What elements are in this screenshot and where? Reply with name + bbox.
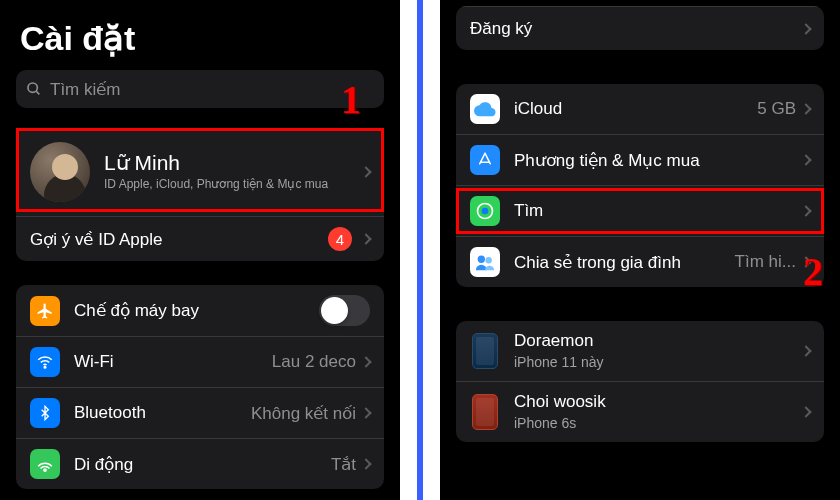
bluetooth-row[interactable]: Bluetooth Không kết nối xyxy=(16,388,384,439)
svg-point-2 xyxy=(44,367,46,369)
signup-row[interactable]: Đăng ký xyxy=(456,6,824,50)
svg-point-7 xyxy=(485,257,491,263)
profile-row[interactable]: Lữ Minh ID Apple, iCloud, Phương tiện & … xyxy=(16,128,384,217)
row-label: iCloud xyxy=(514,99,757,119)
family-sharing-row[interactable]: Chia sẻ trong gia đình Tìm hi... xyxy=(456,237,824,287)
row-label: Wi-Fi xyxy=(74,352,272,372)
row-label: Di động xyxy=(74,454,331,475)
device-thumbnail-icon xyxy=(472,394,498,430)
search-icon xyxy=(26,81,42,97)
connectivity-group: Chế độ máy bay Wi-Fi Lau 2 deco Bluetoot… xyxy=(16,285,384,489)
row-detail: Tắt xyxy=(331,454,356,475)
chevron-right-icon xyxy=(800,154,811,165)
appstore-icon xyxy=(470,145,500,175)
airplane-toggle[interactable] xyxy=(319,295,370,326)
airplane-icon xyxy=(30,296,60,326)
media-purchases-row[interactable]: Phương tiện & Mục mua xyxy=(456,135,824,186)
search-input[interactable]: Tìm kiếm xyxy=(16,70,384,108)
findmy-icon xyxy=(470,196,500,226)
search-placeholder: Tìm kiếm xyxy=(50,79,120,100)
cellular-icon xyxy=(30,449,60,479)
icloud-icon xyxy=(470,94,500,124)
chevron-right-icon xyxy=(360,166,371,177)
suggestion-label: Gợi ý về ID Apple xyxy=(30,229,328,250)
row-detail: Không kết nối xyxy=(251,403,356,424)
profile-name: Lữ Minh xyxy=(104,151,362,175)
chevron-right-icon xyxy=(800,345,811,356)
svg-point-6 xyxy=(478,256,485,263)
signup-group: Đăng ký xyxy=(456,6,824,50)
cellular-row[interactable]: Di động Tắt xyxy=(16,439,384,489)
device-sub: iPhone 11 này xyxy=(514,353,802,371)
svg-point-0 xyxy=(28,83,37,92)
notification-badge: 4 xyxy=(328,227,352,251)
wifi-icon xyxy=(30,347,60,377)
chevron-right-icon xyxy=(800,205,811,216)
settings-screen-right: Đăng ký iCloud 5 GB Phương tiện & Mục mu… xyxy=(440,0,840,500)
row-label: Bluetooth xyxy=(74,403,251,423)
page-title: Cài đặt xyxy=(0,0,400,70)
chevron-right-icon xyxy=(360,407,371,418)
chevron-right-icon xyxy=(360,233,371,244)
svg-line-1 xyxy=(36,91,39,94)
chevron-right-icon xyxy=(800,256,811,267)
row-label: Đăng ký xyxy=(470,19,802,39)
apple-id-suggestion-row[interactable]: Gợi ý về ID Apple 4 xyxy=(16,217,384,261)
device-row[interactable]: Doraemon iPhone 11 này xyxy=(456,321,824,382)
chevron-right-icon xyxy=(800,23,811,34)
chevron-right-icon xyxy=(360,356,371,367)
profile-sub: ID Apple, iCloud, Phương tiện & Mục mua xyxy=(104,177,362,193)
device-name: Doraemon xyxy=(514,331,802,351)
devices-group: Doraemon iPhone 11 này Choi woosik iPhon… xyxy=(456,321,824,442)
device-thumbnail-icon xyxy=(472,333,498,369)
row-detail: Lau 2 deco xyxy=(272,352,356,372)
bluetooth-icon xyxy=(30,398,60,428)
row-label: Tìm xyxy=(514,201,802,221)
row-label: Chia sẻ trong gia đình xyxy=(514,252,735,273)
screen-divider xyxy=(400,0,440,500)
wifi-row[interactable]: Wi-Fi Lau 2 deco xyxy=(16,337,384,388)
chevron-right-icon xyxy=(800,103,811,114)
device-sub: iPhone 6s xyxy=(514,414,802,432)
device-row[interactable]: Choi woosik iPhone 6s xyxy=(456,382,824,442)
find-my-row[interactable]: Tìm xyxy=(456,186,824,237)
svg-point-5 xyxy=(482,208,489,215)
family-icon xyxy=(470,247,500,277)
profile-group: Lữ Minh ID Apple, iCloud, Phương tiện & … xyxy=(16,128,384,261)
apple-id-group: iCloud 5 GB Phương tiện & Mục mua Tìm Ch… xyxy=(456,84,824,287)
icloud-row[interactable]: iCloud 5 GB xyxy=(456,84,824,135)
row-detail: Tìm hi... xyxy=(735,252,796,272)
row-label: Chế độ máy bay xyxy=(74,300,319,321)
airplane-mode-row[interactable]: Chế độ máy bay xyxy=(16,285,384,337)
chevron-right-icon xyxy=(360,458,371,469)
chevron-right-icon xyxy=(800,407,811,418)
row-detail: 5 GB xyxy=(757,99,796,119)
row-label: Phương tiện & Mục mua xyxy=(514,150,802,171)
avatar xyxy=(30,142,90,202)
svg-point-3 xyxy=(44,469,46,471)
settings-screen-left: Cài đặt Tìm kiếm Lữ Minh ID Apple, iClou… xyxy=(0,0,400,500)
device-name: Choi woosik xyxy=(514,392,802,412)
